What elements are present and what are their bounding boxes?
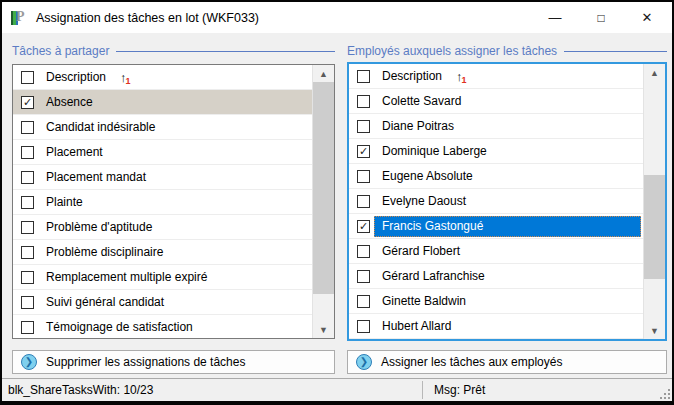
window-controls: — □ ✕	[532, 2, 670, 33]
list-item[interactable]: Suivi général candidat	[13, 290, 312, 315]
window-title: Assignation des tâches en lot (WKF033)	[36, 11, 259, 25]
list-item-label: Gérard Lafranchise	[374, 266, 641, 287]
list-item[interactable]: Gérard Flobert	[349, 239, 643, 264]
group-label-tasks: Tâches à partager	[12, 44, 335, 58]
list-item-label: Témoignage de satisfaction	[38, 317, 310, 338]
checkbox[interactable]	[21, 121, 34, 134]
checkbox[interactable]	[21, 146, 34, 159]
checkbox[interactable]	[357, 195, 370, 208]
column-header-label: Description↑1	[38, 67, 310, 88]
minimize-button[interactable]: —	[532, 2, 578, 33]
sort-ascending-icon[interactable]: ↑1	[456, 69, 467, 84]
checkbox[interactable]	[21, 296, 34, 309]
list-header-row[interactable]: Description↑1	[349, 64, 643, 89]
scrollbar-thumb[interactable]	[313, 82, 334, 294]
chevron-circle-icon: ❯	[356, 354, 372, 370]
sort-ascending-icon[interactable]: ↑1	[120, 70, 131, 85]
list-item[interactable]: Plainte	[13, 190, 312, 215]
checkbox[interactable]: ✓	[21, 96, 34, 109]
checkbox[interactable]: ✓	[357, 220, 370, 233]
list-item-label: Dominique Laberge	[374, 141, 641, 162]
checkbox[interactable]	[21, 71, 34, 84]
list-item-label: Colette Savard	[374, 91, 641, 112]
scroll-up-icon[interactable]: ▲	[313, 65, 334, 82]
list-item[interactable]: Placement mandat	[13, 165, 312, 190]
scroll-down-icon[interactable]: ▼	[313, 321, 334, 338]
list-item[interactable]: Eugene Absolute	[349, 164, 643, 189]
title-bar: P Assignation des tâches en lot (WKF033)…	[2, 2, 672, 33]
list-item[interactable]: ✓Dominique Laberge	[349, 139, 643, 164]
list-item-label: Problème d'aptitude	[38, 217, 310, 238]
column-header-label: Description↑1	[374, 66, 641, 87]
list-header-row[interactable]: Description↑1	[13, 65, 312, 90]
checkbox[interactable]	[357, 320, 370, 333]
list-item[interactable]: Remplacement multiple expiré	[13, 265, 312, 290]
list-item[interactable]: Problème disciplinaire	[13, 240, 312, 265]
remove-assignments-button[interactable]: ❯ Supprimer les assignations de tâches	[12, 350, 335, 374]
list-item-label: Diane Poitras	[374, 116, 641, 137]
list-item[interactable]: Ginette Baldwin	[349, 289, 643, 314]
list-item[interactable]: Témoignage de satisfaction	[13, 315, 312, 339]
remove-assignments-label: Supprimer les assignations de tâches	[46, 355, 245, 369]
tasks-list: Description↑1✓AbsenceCandidat indésirabl…	[12, 64, 335, 339]
list-item-label: Problème disciplinaire	[38, 242, 310, 263]
scrollbar-thumb[interactable]	[644, 175, 665, 279]
checkbox[interactable]	[21, 271, 34, 284]
scroll-up-icon[interactable]: ▲	[644, 64, 665, 81]
list-item[interactable]: Problème d'aptitude	[13, 215, 312, 240]
employees-scrollbar[interactable]: ▲ ▼	[643, 64, 665, 339]
list-item-label: Eugene Absolute	[374, 166, 641, 187]
list-item[interactable]: ✓Absence	[13, 90, 312, 115]
list-item[interactable]: Gérard Lafranchise	[349, 264, 643, 289]
list-item[interactable]: Hubert Allard	[349, 314, 643, 339]
checkbox[interactable]: ✓	[357, 145, 370, 158]
close-button[interactable]: ✕	[624, 2, 670, 33]
list-item[interactable]: Candidat indésirable	[13, 115, 312, 140]
resize-grip[interactable]	[660, 389, 670, 399]
tasks-scrollbar[interactable]: ▲ ▼	[312, 65, 334, 338]
list-item-label: Gérard Flobert	[374, 241, 641, 262]
checkbox[interactable]	[21, 221, 34, 234]
list-item-label: Hubert Allard	[374, 316, 641, 337]
checkbox[interactable]	[357, 270, 370, 283]
group-line	[564, 51, 667, 52]
assign-tasks-button[interactable]: ❯ Assigner les tâches aux employés	[347, 350, 667, 374]
list-item-label: Ginette Baldwin	[374, 291, 641, 312]
checkbox[interactable]	[357, 70, 370, 83]
checkbox[interactable]	[357, 170, 370, 183]
checkbox[interactable]	[357, 120, 370, 133]
checkbox[interactable]	[357, 95, 370, 108]
checkbox[interactable]	[357, 295, 370, 308]
checkbox[interactable]	[21, 171, 34, 184]
list-item[interactable]: Colette Savard	[349, 89, 643, 114]
list-item-label: Placement	[38, 142, 310, 163]
list-item-label: Candidat indésirable	[38, 117, 310, 138]
list-item-label: Plainte	[38, 192, 310, 213]
maximize-button[interactable]: □	[578, 2, 624, 33]
list-item-label: Francis Gastongué	[374, 216, 641, 237]
checkbox[interactable]	[21, 321, 34, 334]
status-right-text: Msg: Prêt	[434, 383, 485, 397]
dialog-window: P Assignation des tâches en lot (WKF033)…	[0, 0, 674, 405]
group-label-tasks-text: Tâches à partager	[12, 44, 109, 58]
status-bar: blk_ShareTasksWith: 10/23 Msg: Prêt	[2, 378, 672, 401]
checkbox[interactable]	[357, 245, 370, 258]
list-item[interactable]: Evelyne Daoust	[349, 189, 643, 214]
employees-list: Description↑1Colette SavardDiane Poitras…	[347, 62, 667, 341]
checkbox[interactable]	[21, 246, 34, 259]
list-item-label: Placement mandat	[38, 167, 310, 188]
group-label-employees-text: Employés auxquels assigner les tâches	[347, 44, 557, 58]
list-item-label: Absence	[38, 92, 310, 113]
app-icon: P	[11, 11, 28, 25]
list-item-label: Evelyne Daoust	[374, 191, 641, 212]
list-item[interactable]: Placement	[13, 140, 312, 165]
status-left-text: blk_ShareTasksWith: 10/23	[8, 383, 153, 397]
list-item-label: Remplacement multiple expiré	[38, 267, 310, 288]
tasks-rows: Description↑1✓AbsenceCandidat indésirabl…	[13, 65, 312, 338]
list-item[interactable]: ✓Francis Gastongué	[349, 214, 643, 239]
assign-tasks-label: Assigner les tâches aux employés	[381, 355, 562, 369]
scroll-down-icon[interactable]: ▼	[644, 322, 665, 339]
list-item[interactable]: Diane Poitras	[349, 114, 643, 139]
status-separator	[422, 381, 423, 399]
checkbox[interactable]	[21, 196, 34, 209]
